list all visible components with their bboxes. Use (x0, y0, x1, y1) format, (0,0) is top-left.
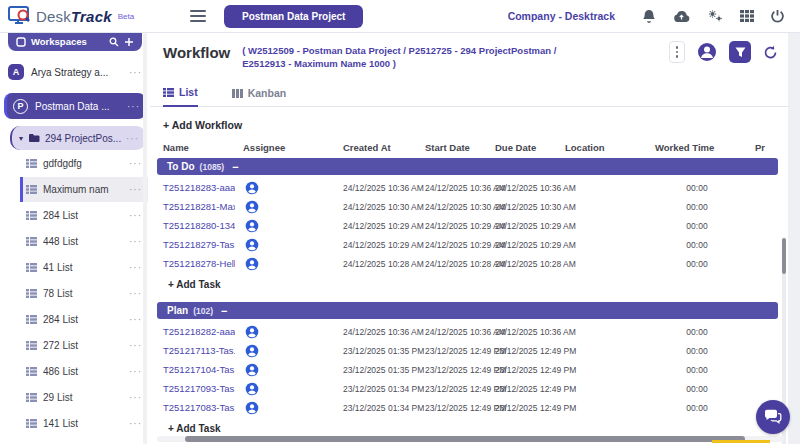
sidebar-list-item[interactable]: 284 List··· (20, 307, 148, 332)
task-link[interactable]: T251218280-134... (155, 220, 235, 231)
chat-support-button[interactable] (756, 400, 790, 434)
horizontal-scrollbar[interactable] (157, 436, 784, 442)
column-header[interactable]: Created At (335, 142, 417, 153)
project-folder-item[interactable]: ▾ 294 ProjectPos... ··· (10, 126, 146, 150)
workspace-item-arya[interactable]: A Arya Strategy a... ··· (0, 60, 150, 84)
table-row[interactable]: T251217093-Tas... 23/12/2025 01:34 PM 23… (155, 379, 780, 398)
section-header-todo[interactable]: To Do (1085) − (157, 158, 778, 175)
sidebar-scrollbar[interactable] (143, 33, 147, 444)
add-workflow-button[interactable]: + Add Workflow (150, 107, 260, 137)
assignee-avatar-icon[interactable] (235, 238, 335, 252)
add-workspace-plus-icon[interactable] (124, 37, 134, 47)
menu-toggle-icon[interactable] (190, 10, 206, 22)
workspaces-header[interactable]: Workspaces (8, 33, 142, 51)
assignee-avatar-icon[interactable] (235, 219, 335, 233)
current-project-button[interactable]: Postman Data Project (224, 5, 363, 28)
task-link[interactable]: T251217093-Tas... (155, 383, 235, 394)
sidebar-list-item[interactable]: 41 List··· (20, 255, 148, 280)
list-grid-icon (26, 237, 37, 246)
table-row[interactable]: T251218282-aaa 24/12/2025 10:36 AM 24/12… (155, 322, 780, 341)
more-options-icon[interactable]: ··· (129, 262, 142, 273)
sidebar-list-item[interactable]: 448 List··· (20, 229, 148, 254)
task-link[interactable]: T251217113-Tas... (155, 345, 235, 356)
column-header[interactable]: Pr (747, 142, 780, 153)
more-options-icon[interactable]: ··· (129, 366, 142, 377)
assignee-avatar-icon[interactable] (235, 181, 335, 195)
services-gears-icon[interactable] (707, 9, 723, 23)
more-options-icon[interactable]: ··· (129, 67, 142, 78)
column-header[interactable]: Name (155, 142, 235, 153)
more-options-icon[interactable]: ··· (129, 288, 142, 299)
assignee-avatar-icon[interactable] (235, 401, 335, 415)
tab-list[interactable]: List (163, 86, 198, 107)
more-options-icon[interactable]: ··· (129, 184, 142, 195)
cloud-sync-icon[interactable] (673, 10, 690, 23)
table-row[interactable]: T251218278-Hell... 24/12/2025 10:28 AM 2… (155, 254, 780, 273)
table-row[interactable]: T251218280-134... 24/12/2025 10:29 AM 24… (155, 216, 780, 235)
column-header[interactable]: Start Date (417, 142, 487, 153)
sidebar-list-item[interactable]: 78 List··· (20, 281, 148, 306)
assignee-avatar-icon[interactable] (235, 344, 335, 358)
sidebar-list-item[interactable]: 486 List··· (20, 359, 148, 384)
sidebar-list-item[interactable]: 284 List··· (20, 203, 148, 228)
sidebar-list-item-selected[interactable]: Maximum nam··· (20, 177, 148, 202)
sidebar-list-item[interactable]: 141 List··· (20, 411, 148, 436)
assignee-avatar-icon[interactable] (235, 382, 335, 396)
table-row[interactable]: T251218279-Tas... 24/12/2025 10:29 AM 24… (155, 235, 780, 254)
add-task-button[interactable]: + Add Task (155, 273, 245, 295)
assignee-avatar-icon[interactable] (235, 257, 335, 271)
table-row[interactable]: T251218283-aaaa 24/12/2025 10:36 AM 24/1… (155, 178, 780, 197)
sidebar-list-item[interactable]: 29 List··· (20, 385, 148, 410)
assignee-avatar-icon[interactable] (235, 325, 335, 339)
column-header[interactable]: Due Date (487, 142, 557, 153)
apps-grid-icon[interactable] (740, 10, 754, 22)
more-options-icon[interactable]: ··· (129, 340, 142, 351)
collapse-section-icon[interactable]: − (232, 161, 238, 173)
table-row[interactable]: T251217113-Tas... 23/12/2025 01:35 PM 23… (155, 341, 780, 360)
sidebar-list-item[interactable]: 272 List··· (20, 333, 148, 358)
assignee-filter-avatar-icon[interactable] (697, 42, 717, 62)
more-options-icon[interactable]: ··· (126, 133, 139, 144)
refresh-icon[interactable] (763, 45, 778, 60)
task-link[interactable]: T251218282-aaa (155, 326, 235, 337)
more-options-icon[interactable]: ··· (129, 158, 142, 169)
task-link[interactable]: T251218278-Hell... (155, 258, 235, 269)
collapse-section-icon[interactable]: − (221, 305, 227, 317)
search-icon[interactable] (109, 37, 119, 47)
more-options-icon[interactable]: ··· (129, 392, 142, 403)
horizontal-scrollbar-thumb[interactable] (185, 436, 745, 442)
logout-power-icon[interactable] (771, 9, 784, 23)
table-row[interactable]: T251217083-Tas... 23/12/2025 01:34 PM 23… (155, 398, 780, 417)
section-header-plan[interactable]: Plan (102) − (157, 302, 778, 319)
vertical-scrollbar-thumb[interactable] (782, 238, 786, 274)
sidebar-list-item[interactable]: gdfdgdfg··· (20, 151, 148, 176)
task-link[interactable]: T251217083-Tas... (155, 402, 235, 413)
column-header[interactable]: Worked Time (647, 142, 747, 153)
column-header[interactable]: Assignee (235, 142, 335, 153)
task-link[interactable]: T251217104-Tas... (155, 364, 235, 375)
table-row[interactable]: T251217104-Tas... 23/12/2025 01:35 PM 23… (155, 360, 780, 379)
filter-funnel-button[interactable] (729, 41, 751, 63)
more-options-icon[interactable]: ··· (129, 314, 142, 325)
expand-caret-icon[interactable]: ▾ (19, 134, 23, 143)
column-header[interactable]: Location (557, 142, 647, 153)
more-options-icon[interactable]: ··· (129, 236, 142, 247)
tab-kanban[interactable]: Kanban (232, 87, 287, 106)
assignee-avatar-icon[interactable] (235, 200, 335, 214)
notifications-bell-icon[interactable] (642, 9, 656, 24)
task-link[interactable]: T251218281-Max... (155, 201, 235, 212)
task-link[interactable]: T251218283-aaaa (155, 182, 235, 193)
assignee-avatar-icon[interactable] (235, 363, 335, 377)
more-actions-kebab-icon[interactable] (669, 41, 685, 63)
more-options-icon[interactable]: ··· (127, 101, 140, 112)
folder-icon (28, 133, 40, 143)
task-link[interactable]: T251218279-Tas... (155, 239, 235, 250)
list-grid-icon (26, 419, 37, 428)
page-title: Workflow (163, 44, 230, 77)
company-name[interactable]: Company - Desktrack (508, 10, 615, 22)
more-options-icon[interactable]: ··· (129, 418, 142, 429)
sidebar-list-item[interactable]: 173 List··· (20, 437, 148, 444)
table-row[interactable]: T251218281-Max... 24/12/2025 10:30 AM 24… (155, 197, 780, 216)
more-options-icon[interactable]: ··· (129, 210, 142, 221)
workspace-item-postman-selected[interactable]: P Postman Data ... ··· (4, 93, 146, 119)
